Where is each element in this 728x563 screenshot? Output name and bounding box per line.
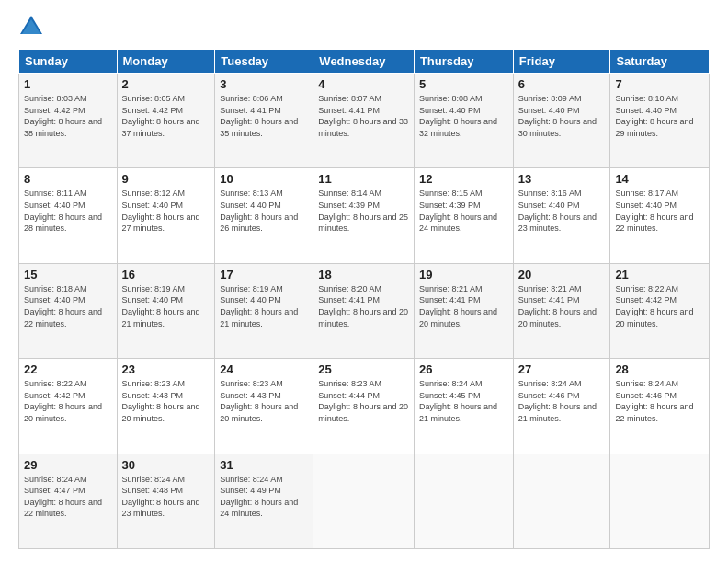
calendar-cell: 29Sunrise: 8:24 AMSunset: 4:47 PMDayligh… — [19, 454, 118, 548]
calendar-cell: 13Sunrise: 8:16 AMSunset: 4:40 PMDayligh… — [513, 168, 610, 263]
day-info: Sunrise: 8:06 AMSunset: 4:41 PMDaylight:… — [220, 93, 308, 139]
calendar-cell: 11Sunrise: 8:14 AMSunset: 4:39 PMDayligh… — [313, 168, 415, 263]
day-info: Sunrise: 8:05 AMSunset: 4:42 PMDaylight:… — [122, 93, 210, 139]
day-info: Sunrise: 8:22 AMSunset: 4:42 PMDaylight:… — [24, 378, 112, 424]
day-number: 24 — [220, 362, 308, 376]
day-number: 6 — [518, 77, 606, 91]
calendar-cell: 10Sunrise: 8:13 AMSunset: 4:40 PMDayligh… — [215, 168, 313, 263]
day-number: 9 — [122, 172, 210, 186]
calendar-cell: 27Sunrise: 8:24 AMSunset: 4:46 PMDayligh… — [513, 359, 610, 454]
day-info: Sunrise: 8:21 AMSunset: 4:41 PMDaylight:… — [518, 283, 606, 329]
calendar-cell: 23Sunrise: 8:23 AMSunset: 4:43 PMDayligh… — [117, 359, 215, 454]
calendar-cell: 19Sunrise: 8:21 AMSunset: 4:41 PMDayligh… — [414, 263, 513, 358]
day-number: 18 — [318, 268, 409, 282]
day-info: Sunrise: 8:20 AMSunset: 4:41 PMDaylight:… — [318, 283, 409, 329]
calendar-week-row: 15Sunrise: 8:18 AMSunset: 4:40 PMDayligh… — [19, 263, 710, 358]
calendar-cell — [414, 454, 513, 548]
calendar-cell: 24Sunrise: 8:23 AMSunset: 4:43 PMDayligh… — [215, 359, 313, 454]
day-number: 30 — [122, 458, 210, 472]
day-number: 25 — [318, 362, 409, 376]
day-info: Sunrise: 8:09 AMSunset: 4:40 PMDaylight:… — [518, 93, 606, 139]
day-info: Sunrise: 8:15 AMSunset: 4:39 PMDaylight:… — [419, 188, 508, 234]
day-number: 26 — [419, 362, 508, 376]
calendar-cell: 12Sunrise: 8:15 AMSunset: 4:39 PMDayligh… — [414, 168, 513, 263]
calendar-cell: 17Sunrise: 8:19 AMSunset: 4:40 PMDayligh… — [215, 263, 313, 358]
calendar-cell — [513, 454, 610, 548]
day-info: Sunrise: 8:03 AMSunset: 4:42 PMDaylight:… — [24, 93, 112, 139]
page: SundayMondayTuesdayWednesdayThursdayFrid… — [0, 0, 728, 563]
logo — [18, 14, 48, 40]
calendar-table: SundayMondayTuesdayWednesdayThursdayFrid… — [18, 49, 710, 549]
day-info: Sunrise: 8:08 AMSunset: 4:40 PMDaylight:… — [419, 93, 508, 139]
calendar-cell: 31Sunrise: 8:24 AMSunset: 4:49 PMDayligh… — [215, 454, 313, 548]
calendar-cell: 30Sunrise: 8:24 AMSunset: 4:48 PMDayligh… — [117, 454, 215, 548]
day-number: 7 — [615, 77, 704, 91]
calendar-week-row: 1Sunrise: 8:03 AMSunset: 4:42 PMDaylight… — [19, 74, 710, 168]
calendar-cell — [610, 454, 710, 548]
day-info: Sunrise: 8:24 AMSunset: 4:49 PMDaylight:… — [220, 474, 308, 520]
day-number: 8 — [24, 172, 112, 186]
day-info: Sunrise: 8:18 AMSunset: 4:40 PMDaylight:… — [24, 283, 112, 329]
day-number: 5 — [419, 77, 508, 91]
day-number: 12 — [419, 172, 508, 186]
day-info: Sunrise: 8:11 AMSunset: 4:40 PMDaylight:… — [24, 188, 112, 234]
calendar-cell: 15Sunrise: 8:18 AMSunset: 4:40 PMDayligh… — [19, 263, 118, 358]
weekday-header-wednesday: Wednesday — [313, 50, 415, 74]
weekday-header-sunday: Sunday — [19, 50, 118, 74]
calendar-cell: 1Sunrise: 8:03 AMSunset: 4:42 PMDaylight… — [19, 74, 118, 168]
weekday-header-saturday: Saturday — [610, 50, 710, 74]
day-info: Sunrise: 8:24 AMSunset: 4:48 PMDaylight:… — [122, 474, 210, 520]
day-number: 27 — [518, 362, 606, 376]
day-number: 29 — [24, 458, 112, 472]
weekday-header-monday: Monday — [117, 50, 215, 74]
day-number: 15 — [24, 268, 112, 282]
day-number: 22 — [24, 362, 112, 376]
calendar-cell: 20Sunrise: 8:21 AMSunset: 4:41 PMDayligh… — [513, 263, 610, 358]
day-info: Sunrise: 8:07 AMSunset: 4:41 PMDaylight:… — [318, 93, 409, 139]
weekday-header-tuesday: Tuesday — [215, 50, 313, 74]
calendar-week-row: 22Sunrise: 8:22 AMSunset: 4:42 PMDayligh… — [19, 359, 710, 454]
day-info: Sunrise: 8:24 AMSunset: 4:46 PMDaylight:… — [615, 378, 704, 424]
day-number: 3 — [220, 77, 308, 91]
weekday-header-friday: Friday — [513, 50, 610, 74]
day-info: Sunrise: 8:13 AMSunset: 4:40 PMDaylight:… — [220, 188, 308, 234]
day-info: Sunrise: 8:12 AMSunset: 4:40 PMDaylight:… — [122, 188, 210, 234]
day-info: Sunrise: 8:23 AMSunset: 4:43 PMDaylight:… — [122, 378, 210, 424]
calendar-cell: 7Sunrise: 8:10 AMSunset: 4:40 PMDaylight… — [610, 74, 710, 168]
day-number: 10 — [220, 172, 308, 186]
day-info: Sunrise: 8:17 AMSunset: 4:40 PMDaylight:… — [615, 188, 704, 234]
calendar-cell: 16Sunrise: 8:19 AMSunset: 4:40 PMDayligh… — [117, 263, 215, 358]
day-number: 21 — [615, 268, 704, 282]
day-number: 19 — [419, 268, 508, 282]
header — [18, 14, 710, 40]
day-info: Sunrise: 8:24 AMSunset: 4:47 PMDaylight:… — [24, 474, 112, 520]
day-info: Sunrise: 8:19 AMSunset: 4:40 PMDaylight:… — [122, 283, 210, 329]
day-info: Sunrise: 8:14 AMSunset: 4:39 PMDaylight:… — [318, 188, 409, 234]
calendar-cell: 5Sunrise: 8:08 AMSunset: 4:40 PMDaylight… — [414, 74, 513, 168]
day-info: Sunrise: 8:10 AMSunset: 4:40 PMDaylight:… — [615, 93, 704, 139]
calendar-cell: 18Sunrise: 8:20 AMSunset: 4:41 PMDayligh… — [313, 263, 415, 358]
calendar-cell: 8Sunrise: 8:11 AMSunset: 4:40 PMDaylight… — [19, 168, 118, 263]
day-number: 23 — [122, 362, 210, 376]
day-info: Sunrise: 8:24 AMSunset: 4:46 PMDaylight:… — [518, 378, 606, 424]
calendar-cell: 14Sunrise: 8:17 AMSunset: 4:40 PMDayligh… — [610, 168, 710, 263]
calendar-cell: 26Sunrise: 8:24 AMSunset: 4:45 PMDayligh… — [414, 359, 513, 454]
weekday-header-thursday: Thursday — [414, 50, 513, 74]
calendar-cell: 25Sunrise: 8:23 AMSunset: 4:44 PMDayligh… — [313, 359, 415, 454]
day-number: 31 — [220, 458, 308, 472]
day-number: 17 — [220, 268, 308, 282]
calendar-cell: 4Sunrise: 8:07 AMSunset: 4:41 PMDaylight… — [313, 74, 415, 168]
day-number: 11 — [318, 172, 409, 186]
calendar-cell: 3Sunrise: 8:06 AMSunset: 4:41 PMDaylight… — [215, 74, 313, 168]
day-number: 28 — [615, 362, 704, 376]
day-info: Sunrise: 8:24 AMSunset: 4:45 PMDaylight:… — [419, 378, 508, 424]
day-number: 1 — [24, 77, 112, 91]
calendar-cell: 6Sunrise: 8:09 AMSunset: 4:40 PMDaylight… — [513, 74, 610, 168]
calendar-cell: 21Sunrise: 8:22 AMSunset: 4:42 PMDayligh… — [610, 263, 710, 358]
day-info: Sunrise: 8:21 AMSunset: 4:41 PMDaylight:… — [419, 283, 508, 329]
day-info: Sunrise: 8:23 AMSunset: 4:43 PMDaylight:… — [220, 378, 308, 424]
calendar-cell: 9Sunrise: 8:12 AMSunset: 4:40 PMDaylight… — [117, 168, 215, 263]
day-number: 13 — [518, 172, 606, 186]
day-number: 16 — [122, 268, 210, 282]
calendar-cell: 22Sunrise: 8:22 AMSunset: 4:42 PMDayligh… — [19, 359, 118, 454]
